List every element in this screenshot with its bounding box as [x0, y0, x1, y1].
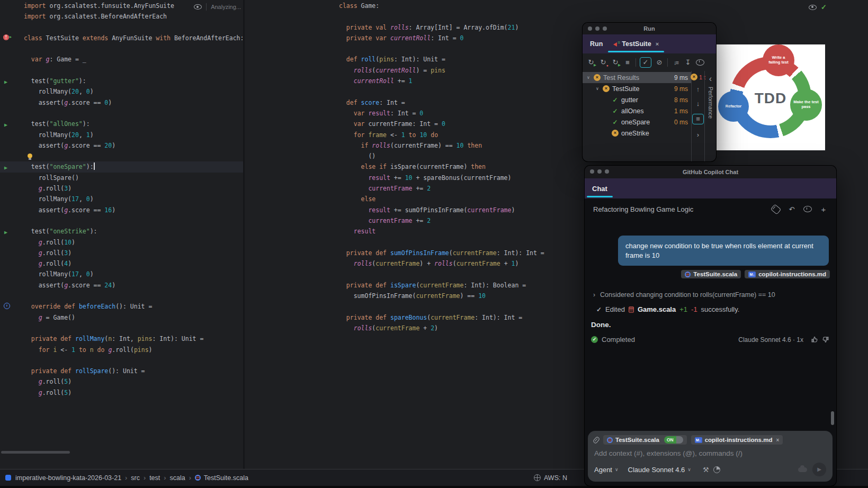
chevron-down-icon[interactable]: ∨ — [586, 75, 591, 80]
undo-icon[interactable]: ↶ — [788, 205, 796, 213]
filter-list-icon[interactable]: ≡ — [692, 114, 704, 124]
run-right-strip: × 1 t ↑↓≡› ‹ Performance — [691, 71, 716, 161]
context-chip[interactable]: copilot-instructions.md — [745, 270, 830, 278]
done-message: Done. — [591, 321, 836, 329]
run-window-title: Run — [643, 25, 655, 32]
resume-icon[interactable]: ↻ — [611, 58, 620, 66]
toolbar-divider — [636, 58, 636, 67]
runclass-gutter-icon[interactable] — [3, 34, 10, 41]
edited-file-row[interactable]: ✓ Edited Game.scala +1 -1 successfully. — [596, 305, 836, 313]
thumbs-up-icon[interactable] — [811, 336, 818, 343]
import-icon[interactable]: ↧ — [684, 58, 692, 66]
code-line — [0, 43, 243, 54]
close-window-icon[interactable] — [590, 169, 594, 174]
aws-status[interactable]: AWS: N — [534, 474, 567, 482]
mode-dropdown[interactable]: Agent∨ — [594, 466, 619, 474]
on-toggle[interactable]: ON — [664, 436, 683, 444]
breadcrumb-item[interactable]: TestSuite.scala — [204, 474, 248, 482]
context-chip[interactable]: TestSuite.scalaON — [603, 435, 687, 445]
intention-bulb-icon[interactable] — [28, 153, 32, 158]
code-line — [0, 323, 243, 333]
rerun-icon[interactable]: ↻ — [587, 58, 595, 66]
tab-testsuite[interactable]: TestSuite × — [613, 40, 659, 48]
override-gutter-icon[interactable]: ↑ — [4, 303, 10, 309]
play-gutter-icon[interactable]: ▶ — [4, 77, 7, 87]
attach-icon[interactable] — [771, 204, 782, 214]
run-label[interactable]: Run — [590, 40, 603, 48]
tab-chat[interactable]: Chat — [592, 185, 607, 193]
chat-scrollbar-thumb[interactable] — [831, 411, 834, 425]
model-thought-row[interactable]: › Considered changing condition to rolls… — [593, 291, 836, 299]
code-line — [0, 355, 243, 366]
traffic-lights[interactable] — [588, 26, 607, 31]
thumbs-down-icon[interactable] — [822, 336, 829, 343]
chat-text-input[interactable] — [594, 449, 817, 457]
run-tool-window: Run Run TestSuite × ↻↻↻■✓⊘↓≡↧ ∨×Test Res… — [583, 23, 716, 161]
test-tree-row-onestrike[interactable]: ×oneStrike — [583, 128, 691, 139]
editor-status-mid: ✓ — [809, 3, 827, 11]
model-dropdown[interactable]: Claude Sonnet 4.6∨ — [628, 466, 691, 474]
chat-window-titlebar[interactable]: GitHub Copilot Chat — [585, 166, 836, 178]
chevron-right-icon[interactable]: › — [593, 291, 595, 299]
attach-icon[interactable] — [593, 436, 600, 444]
context-chip[interactable]: copilot-instructions.md× — [691, 435, 783, 445]
test-tree-row-allones[interactable]: ✓allOnes1 ms — [583, 105, 691, 116]
chev-right-icon[interactable]: › — [694, 131, 702, 139]
edited-file-name[interactable]: Game.scala — [638, 305, 676, 313]
test-duration: 1 ms — [674, 107, 691, 115]
close-tab-icon[interactable]: × — [656, 41, 659, 47]
reader-mode-eye-icon[interactable] — [194, 4, 202, 10]
chevron-left-icon[interactable]: ‹ — [709, 74, 712, 84]
breadcrumb-item[interactable]: src — [131, 474, 140, 482]
performance-side-tab[interactable]: ‹ Performance — [704, 71, 716, 161]
project-icon — [5, 475, 11, 481]
tools-icon[interactable]: ⚒ — [703, 466, 709, 474]
traffic-lights[interactable] — [590, 169, 609, 174]
context-chip[interactable]: TestSuite.scala — [681, 270, 741, 278]
nav-down-icon[interactable]: ↓ — [694, 100, 702, 107]
chat-input-box[interactable]: TestSuite.scalaONcopilot-instructions.md… — [588, 431, 833, 482]
markdown-file-icon — [748, 272, 756, 277]
zoom-window-icon[interactable] — [603, 26, 607, 31]
play-gutter-icon[interactable]: ▶ — [4, 120, 7, 130]
editor-testsuite[interactable]: import org.scalatest.funsuite.AnyFunSuit… — [0, 0, 243, 469]
history-icon[interactable] — [803, 206, 812, 212]
play-gutter-icon[interactable]: ▶ — [4, 227, 7, 238]
horizontal-scrollbar[interactable] — [1, 451, 70, 454]
project-name[interactable]: imperative-bowling-kata-2026-03-21 — [15, 474, 121, 482]
text-caret — [94, 162, 95, 170]
new-chat-icon[interactable]: + — [819, 205, 828, 214]
test-tree-row-onespare[interactable]: ✓oneSpare0 ms — [583, 116, 691, 128]
nav-up-icon[interactable]: ↑ — [694, 85, 702, 93]
sort-icon[interactable]: ↓≡ — [672, 59, 680, 66]
minimize-window-icon[interactable] — [597, 169, 602, 174]
zoom-window-icon[interactable] — [605, 169, 609, 174]
breadcrumb-separator: › — [164, 474, 166, 482]
chevron-down-icon[interactable]: ∨ — [595, 86, 600, 91]
test-tree-row-gutter[interactable]: ✓gutter8 ms — [583, 94, 691, 105]
reader-mode-eye-icon[interactable] — [809, 5, 817, 10]
chat-window-title: GitHub Copilot Chat — [683, 169, 738, 175]
close-icon[interactable]: × — [776, 437, 779, 443]
stop-icon[interactable]: ■ — [623, 58, 632, 66]
window-bottom-edge — [0, 486, 868, 488]
send-button[interactable]: ▶ — [812, 463, 826, 476]
show-passed-icon[interactable]: ✓ — [640, 57, 651, 68]
play-gutter-icon[interactable]: ▶ — [4, 162, 7, 173]
history-icon[interactable] — [696, 59, 704, 66]
code-line: ▶ test("gutter"): — [0, 76, 243, 86]
breadcrumb-item[interactable]: scala — [169, 474, 185, 482]
test-tree-row-test-results[interactable]: ∨×Test Results9 ms — [583, 72, 691, 83]
usage-gauge-icon[interactable] — [713, 466, 720, 473]
close-window-icon[interactable] — [588, 26, 592, 31]
check-icon: ✓ — [596, 306, 602, 313]
breadcrumb-separator: › — [189, 474, 191, 482]
code-line: ↑ override def beforeEach(): Unit = — [0, 301, 243, 312]
breadcrumb-item[interactable]: test — [149, 474, 160, 482]
run-window-titlebar[interactable]: Run — [583, 23, 716, 34]
show-ignored-icon[interactable]: ⊘ — [655, 58, 664, 66]
test-tree-row-testsuite[interactable]: ∨×TestSuite9 ms — [583, 83, 691, 94]
code-line — [245, 11, 868, 22]
rerun-failed-icon[interactable]: ↻ — [599, 58, 607, 66]
minimize-window-icon[interactable] — [595, 26, 599, 31]
